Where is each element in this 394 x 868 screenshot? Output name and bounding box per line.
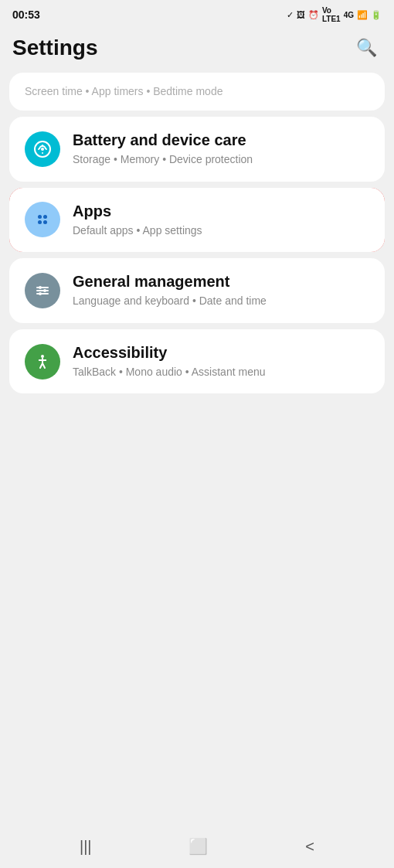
apps-svg-icon	[33, 210, 52, 229]
svg-point-10	[43, 289, 46, 292]
svg-point-9	[39, 286, 42, 289]
svg-point-2	[38, 215, 42, 219]
battery-icon: 🔋	[371, 10, 382, 20]
battery-svg-icon	[33, 140, 52, 158]
accessibility-card[interactable]: Accessibility TalkBack • Mono audio • As…	[9, 329, 385, 394]
page-title: Settings	[12, 36, 97, 60]
task-icon: ✓	[287, 10, 294, 20]
general-subtitle: Language and keyboard • Date and time	[73, 294, 369, 309]
battery-subtitle: Storage • Memory • Device protection	[73, 152, 369, 168]
apps-item-text: Apps Default apps • App settings	[73, 202, 369, 239]
accessibility-item[interactable]: Accessibility TalkBack • Mono audio • As…	[9, 329, 385, 394]
svg-point-3	[43, 215, 47, 219]
accessibility-title: Accessibility	[73, 343, 369, 363]
svg-point-4	[38, 220, 42, 224]
image-icon: 🖼	[297, 10, 305, 19]
svg-point-12	[41, 355, 44, 358]
battery-item[interactable]: Battery and device care Storage • Memory…	[9, 117, 385, 182]
general-item[interactable]: General management Language and keyboard…	[9, 258, 385, 323]
signal-icon: 📶	[357, 10, 368, 20]
status-time: 00:53	[12, 9, 40, 21]
recents-button[interactable]: |||	[67, 832, 104, 862]
status-bar: 00:53 ✓ 🖼 ⏰ VoLTE1 4G 📶 🔋	[0, 0, 394, 26]
settings-list: Screen time • App timers • Bedtime mode …	[0, 73, 394, 868]
accessibility-icon-circle	[25, 344, 60, 380]
general-svg-icon	[33, 281, 52, 300]
home-button[interactable]: ⬜	[176, 831, 220, 862]
screen-time-text: Screen time • App timers • Bedtime mode	[25, 85, 222, 97]
battery-icon-circle	[25, 131, 60, 167]
apps-title: Apps	[73, 202, 369, 221]
battery-card[interactable]: Battery and device care Storage • Memory…	[9, 117, 385, 182]
accessibility-subtitle: TalkBack • Mono audio • Assistant menu	[73, 365, 369, 380]
search-button[interactable]: 🔍	[351, 32, 382, 63]
general-card[interactable]: General management Language and keyboard…	[9, 258, 385, 323]
svg-point-11	[39, 292, 42, 295]
alarm-icon: ⏰	[308, 10, 319, 20]
apps-icon-circle	[25, 202, 60, 237]
battery-title: Battery and device care	[73, 131, 369, 150]
apps-item[interactable]: Apps Default apps • App settings	[9, 188, 385, 253]
accessibility-item-text: Accessibility TalkBack • Mono audio • As…	[73, 343, 369, 380]
general-icon-circle	[25, 273, 60, 308]
4g-icon: 4G	[344, 11, 354, 19]
general-title: General management	[73, 272, 369, 291]
apps-subtitle: Default apps • App settings	[73, 223, 369, 239]
general-item-text: General management Language and keyboard…	[73, 272, 369, 309]
svg-point-1	[41, 148, 44, 151]
nav-bar: ||| ⬜ <	[0, 825, 394, 868]
accessibility-svg-icon	[33, 352, 52, 371]
app-bar: Settings 🔍	[0, 26, 394, 73]
svg-line-16	[42, 363, 45, 368]
apps-card[interactable]: Apps Default apps • App settings	[9, 188, 385, 253]
back-button[interactable]: <	[293, 832, 327, 862]
status-icons: ✓ 🖼 ⏰ VoLTE1 4G 📶 🔋	[287, 6, 382, 23]
svg-point-5	[43, 220, 47, 224]
volte-icon: VoLTE1	[322, 6, 341, 23]
battery-item-text: Battery and device care Storage • Memory…	[73, 131, 369, 168]
screen-time-card: Screen time • App timers • Bedtime mode	[9, 73, 385, 111]
